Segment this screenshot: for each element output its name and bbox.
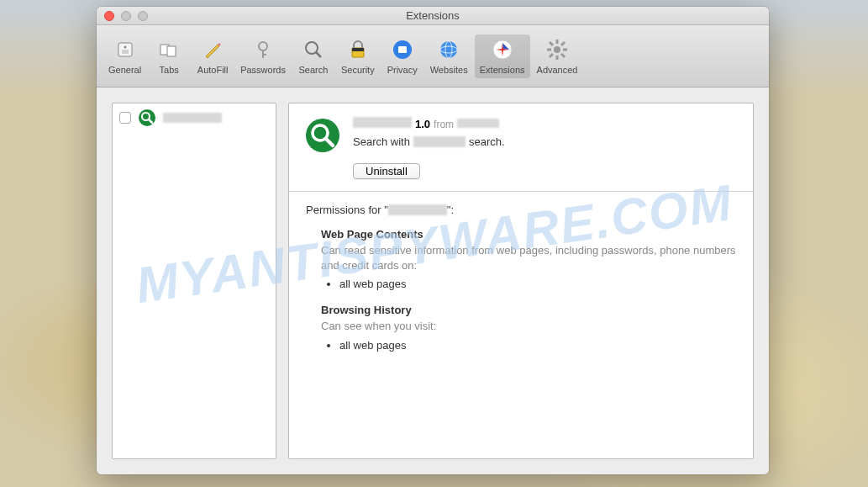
tab-label: Tabs — [160, 65, 179, 75]
extension-enable-checkbox[interactable] — [119, 112, 131, 124]
svg-point-5 — [259, 42, 267, 50]
tab-extensions[interactable]: Extensions — [475, 34, 530, 78]
tab-label: AutoFill — [197, 65, 229, 75]
perm-title-prefix: Permissions for " — [306, 204, 388, 216]
close-button[interactable] — [104, 11, 114, 21]
svg-point-1 — [124, 45, 126, 48]
tab-autofill[interactable]: AutoFill — [192, 34, 234, 78]
tab-label: Advanced — [537, 65, 578, 75]
security-icon — [346, 38, 370, 61]
svg-line-9 — [316, 52, 321, 57]
tab-search[interactable]: Search — [292, 34, 334, 78]
tab-privacy[interactable]: Privacy — [381, 34, 423, 78]
preferences-toolbar: General Tabs AutoFill Passwords Search — [97, 25, 769, 87]
permission-item: all web pages — [339, 278, 736, 290]
extension-name-redacted — [163, 113, 222, 123]
advanced-icon — [545, 38, 569, 61]
perm-title-suffix: ": — [447, 204, 454, 216]
tab-label: Websites — [430, 65, 468, 75]
tab-label: Passwords — [240, 65, 286, 75]
privacy-icon — [391, 38, 414, 61]
extension-name-redacted — [388, 204, 447, 215]
permission-group: Web Page Contents Can read sensitive inf… — [321, 228, 736, 290]
svg-point-30 — [306, 119, 339, 152]
extension-details-panel: 1.0 from Search with search. Uninstall P… — [288, 103, 754, 459]
tab-security[interactable]: Security — [336, 34, 380, 78]
extensions-icon — [491, 38, 514, 61]
svg-line-23 — [550, 42, 553, 45]
extension-author-redacted — [457, 119, 499, 128]
svg-point-18 — [554, 46, 560, 53]
extension-name-redacted — [413, 136, 466, 147]
permission-item: all web pages — [339, 339, 736, 352]
permission-group: Browsing History Can see when you visit:… — [321, 304, 736, 352]
extension-header: 1.0 from Search with search. Uninstall — [289, 103, 753, 192]
tab-websites[interactable]: Websites — [425, 34, 473, 78]
tab-label: Privacy — [387, 65, 418, 75]
svg-rect-2 — [122, 50, 129, 54]
extension-info: 1.0 from Search with search. Uninstall — [353, 117, 738, 179]
tab-label: General — [108, 65, 141, 75]
search-icon — [302, 38, 325, 61]
tab-advanced[interactable]: Advanced — [532, 34, 583, 78]
permissions-title: Permissions for " ": — [306, 204, 736, 216]
extension-list-item[interactable] — [113, 103, 276, 132]
uninstall-button[interactable]: Uninstall — [353, 163, 420, 179]
tab-label: Extensions — [480, 65, 525, 75]
tab-tabs[interactable]: Tabs — [148, 34, 190, 78]
tab-general[interactable]: General — [103, 34, 146, 78]
svg-point-27 — [139, 109, 155, 126]
svg-point-8 — [306, 42, 318, 54]
permission-heading: Web Page Contents — [321, 228, 736, 241]
svg-rect-13 — [398, 46, 407, 53]
general-icon — [113, 38, 137, 61]
extension-version: 1.0 — [415, 118, 430, 130]
svg-point-14 — [440, 41, 457, 58]
passwords-icon — [251, 38, 275, 61]
content-area: 1.0 from Search with search. Uninstall P… — [97, 87, 769, 474]
svg-rect-7 — [262, 54, 266, 56]
desc-suffix: search. — [469, 135, 505, 148]
permission-list: all web pages — [339, 339, 736, 352]
tabs-icon — [157, 38, 181, 61]
extension-icon-large — [304, 117, 341, 154]
svg-rect-11 — [352, 48, 364, 51]
tab-label: Search — [299, 65, 329, 75]
tab-label: Security — [341, 65, 375, 75]
permission-heading: Browsing History — [321, 304, 736, 316]
extension-icon — [138, 109, 156, 127]
websites-icon — [437, 38, 460, 61]
traffic-lights — [104, 11, 148, 21]
desc-prefix: Search with — [353, 135, 410, 148]
maximize-button[interactable] — [138, 11, 148, 21]
svg-line-24 — [561, 54, 565, 57]
preferences-window: Extensions General Tabs AutoFill Passwor… — [97, 7, 769, 474]
extension-name-redacted — [353, 117, 412, 128]
minimize-button[interactable] — [121, 11, 131, 21]
extension-from-label: from — [434, 119, 454, 130]
permission-list: all web pages — [339, 278, 736, 290]
extensions-sidebar — [112, 103, 276, 459]
permissions-section: Permissions for " ": Web Page Contents C… — [289, 192, 753, 377]
svg-line-26 — [550, 54, 553, 57]
tab-passwords[interactable]: Passwords — [235, 34, 291, 78]
svg-rect-4 — [167, 46, 176, 56]
permission-description: Can see when you visit: — [321, 319, 736, 334]
window-title: Extensions — [97, 9, 769, 22]
extension-title-row: 1.0 from — [353, 117, 738, 130]
svg-line-25 — [561, 42, 565, 45]
autofill-icon — [201, 38, 224, 61]
permission-description: Can read sensitive information from web … — [321, 243, 736, 273]
extension-description: Search with search. — [353, 135, 738, 148]
window-titlebar[interactable]: Extensions — [97, 7, 769, 25]
